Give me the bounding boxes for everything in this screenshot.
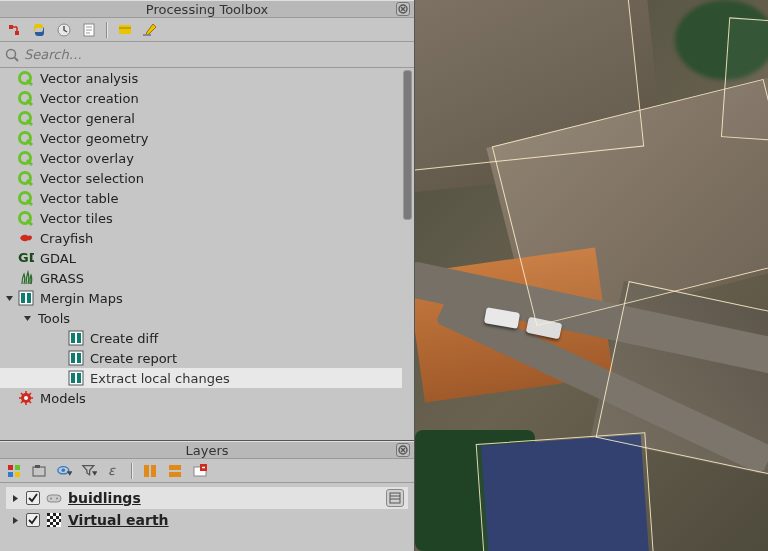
tree-item-vector-selection[interactable]: Vector selection <box>0 168 402 188</box>
tree-item-vector-geometry[interactable]: Vector geometry <box>0 128 402 148</box>
results-icon[interactable] <box>81 22 97 38</box>
svg-rect-67 <box>53 519 56 522</box>
tree-item-extract-local-changes[interactable]: Extract local changes <box>0 368 402 388</box>
tree-item-vector-tiles[interactable]: Vector tiles <box>0 208 402 228</box>
chevron-down-icon[interactable] <box>22 313 32 323</box>
svg-rect-72 <box>53 525 56 527</box>
tree-item-create-diff[interactable]: Create diff <box>0 328 402 348</box>
layer-label: Virtual earth <box>68 512 169 528</box>
svg-rect-38 <box>8 465 13 470</box>
tree-twisty-placeholder <box>54 333 64 343</box>
svg-rect-49 <box>169 465 181 470</box>
crayfish-icon <box>18 230 34 246</box>
python-icon[interactable] <box>31 22 47 38</box>
svg-rect-28 <box>71 353 75 363</box>
filter-legend-icon[interactable] <box>81 463 97 479</box>
tree-item-vector-overlay[interactable]: Vector overlay <box>0 148 402 168</box>
tree-twisty-placeholder <box>4 393 14 403</box>
svg-rect-32 <box>77 373 81 383</box>
svg-rect-64 <box>50 516 53 519</box>
toolbox-close-button[interactable] <box>396 2 410 16</box>
layer-visibility-checkbox[interactable] <box>26 513 40 527</box>
svg-point-55 <box>50 498 52 500</box>
tree-scrollbar[interactable] <box>403 70 412 220</box>
qgis-icon <box>18 170 34 186</box>
options-icon[interactable] <box>142 22 158 38</box>
toolbox-title-text: Processing Toolbox <box>146 2 268 17</box>
chevron-right-icon[interactable] <box>10 515 20 525</box>
expression-filter-icon[interactable]: ε <box>106 463 122 479</box>
qgis-icon <box>18 130 34 146</box>
tree-item-grass[interactable]: GRASS <box>0 268 402 288</box>
layers-panel-title: Layers <box>0 441 414 459</box>
svg-text:ε: ε <box>108 463 116 478</box>
tree-item-vector-analysis[interactable]: Vector analysis <box>0 68 402 88</box>
svg-rect-41 <box>15 472 20 477</box>
edit-in-place-icon[interactable] <box>117 22 133 38</box>
tree-item-label: Create diff <box>88 331 158 346</box>
collapse-all-icon[interactable] <box>167 463 183 479</box>
tree-item-label: Tools <box>36 311 70 326</box>
toolbox-tree[interactable]: Vector analysisVector creationVector gen… <box>0 68 414 440</box>
map-canvas[interactable] <box>415 0 768 551</box>
svg-rect-39 <box>15 465 20 470</box>
layers-list[interactable]: buidlingsVirtual earth <box>0 483 414 551</box>
svg-rect-47 <box>144 465 149 477</box>
layers-toolbar: ε <box>0 459 414 483</box>
tree-item-tools[interactable]: Tools <box>0 308 402 328</box>
layer-row-buidlings[interactable]: buidlings <box>6 487 408 509</box>
controller-icon <box>46 490 62 506</box>
toolbox-search-row <box>0 42 414 68</box>
history-icon[interactable] <box>56 22 72 38</box>
svg-point-56 <box>56 498 58 500</box>
svg-rect-54 <box>47 495 61 502</box>
svg-rect-42 <box>33 467 45 476</box>
mtool-icon <box>68 350 84 366</box>
chevron-right-icon[interactable] <box>10 493 20 503</box>
tree-item-label: Create report <box>88 351 177 366</box>
mtool-icon <box>68 330 84 346</box>
layer-count-icon[interactable] <box>386 489 404 507</box>
tree-twisty-placeholder <box>54 373 64 383</box>
search-icon <box>4 47 20 63</box>
tree-twisty-placeholder <box>4 193 14 203</box>
add-group-icon[interactable] <box>31 463 47 479</box>
tree-item-label: Models <box>38 391 86 406</box>
svg-rect-23 <box>27 293 31 303</box>
layers-close-button[interactable] <box>396 443 410 457</box>
pattern-icon <box>46 512 62 528</box>
layer-visibility-checkbox[interactable] <box>26 491 40 505</box>
expand-all-icon[interactable] <box>142 463 158 479</box>
tree-item-models[interactable]: Models <box>0 388 402 408</box>
svg-point-34 <box>24 396 28 400</box>
style-manager-icon[interactable] <box>6 463 22 479</box>
tree-item-create-report[interactable]: Create report <box>0 348 402 368</box>
svg-rect-66 <box>47 519 50 522</box>
svg-rect-31 <box>71 373 75 383</box>
svg-rect-26 <box>77 333 81 343</box>
svg-rect-65 <box>56 516 59 519</box>
tree-twisty-placeholder <box>4 233 14 243</box>
tree-twisty-placeholder <box>54 353 64 363</box>
tree-item-mergin-maps[interactable]: Mergin Maps <box>0 288 402 308</box>
tree-twisty-placeholder <box>4 133 14 143</box>
tree-item-vector-general[interactable]: Vector general <box>0 108 402 128</box>
tree-item-crayfish[interactable]: Crayfish <box>0 228 402 248</box>
manage-visibility-icon[interactable] <box>56 463 72 479</box>
mtool-icon <box>68 370 84 386</box>
layer-row-virtual-earth[interactable]: Virtual earth <box>6 509 408 531</box>
tree-item-gdal[interactable]: GDALGDAL <box>0 248 402 268</box>
chevron-down-icon[interactable] <box>4 293 14 303</box>
svg-rect-70 <box>56 522 59 525</box>
svg-rect-57 <box>390 493 400 503</box>
tree-item-vector-table[interactable]: Vector table <box>0 188 402 208</box>
remove-layer-icon[interactable] <box>192 463 208 479</box>
tree-item-vector-creation[interactable]: Vector creation <box>0 88 402 108</box>
model-icon[interactable] <box>6 22 22 38</box>
tree-twisty-placeholder <box>4 253 14 263</box>
tree-twisty-placeholder <box>4 93 14 103</box>
qgis-icon <box>18 210 34 226</box>
toolbox-search-input[interactable] <box>24 45 408 64</box>
tree-item-label: Crayfish <box>38 231 93 246</box>
svg-rect-25 <box>71 333 75 343</box>
